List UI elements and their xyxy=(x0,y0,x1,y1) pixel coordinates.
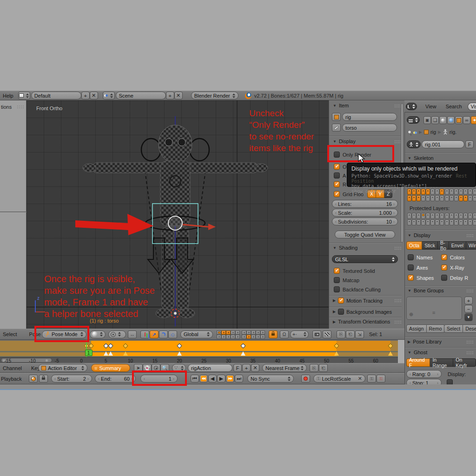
layer-toggle[interactable] xyxy=(454,213,458,219)
scale-slider[interactable]: ‹ Scale:1.000 › xyxy=(332,209,398,217)
layer-toggle[interactable] xyxy=(435,213,439,219)
deselect-button[interactable]: Desele xyxy=(463,324,476,333)
layer-toggle[interactable] xyxy=(459,219,463,225)
snap-magnet-toggle[interactable]: Ω xyxy=(280,331,289,338)
mode-wire[interactable]: Wire xyxy=(466,241,476,250)
layer-toggle[interactable] xyxy=(473,219,476,225)
editor-type-icon[interactable] xyxy=(406,103,417,110)
layer-toggle[interactable] xyxy=(416,213,421,219)
keyframe-triangle[interactable] xyxy=(104,351,108,356)
layer-toggle[interactable] xyxy=(231,335,235,339)
render-engine-select[interactable]: Blender Render xyxy=(191,92,238,99)
layer-toggle[interactable] xyxy=(246,335,251,339)
layer-toggle[interactable] xyxy=(454,219,458,225)
mode-stick[interactable]: Stick xyxy=(422,241,438,250)
toggle-quad-view-button[interactable]: Toggle Quad View xyxy=(335,231,395,238)
layer-toggle[interactable] xyxy=(226,331,231,335)
checkbox-row[interactable]: R xyxy=(334,180,347,189)
bone-groups-list[interactable]: ⊕ = xyxy=(406,297,462,320)
a-checkbox[interactable] xyxy=(334,172,340,178)
layer-toggle[interactable] xyxy=(468,219,472,225)
grid-floor-checkbox[interactable] xyxy=(334,191,340,197)
checkbox-row[interactable]: A xyxy=(334,171,347,180)
checkbox-row[interactable]: Shapes xyxy=(408,273,441,282)
layer-toggle[interactable] xyxy=(226,335,231,339)
tab-object-data-icon[interactable]: ✦ xyxy=(471,116,476,124)
display-panel-header[interactable]: ▼Display xyxy=(333,139,402,144)
bone-groups-header[interactable]: ▼Bone Groups xyxy=(408,288,474,293)
fake-user-button[interactable]: F xyxy=(465,140,474,148)
layer-toggle[interactable] xyxy=(251,331,256,335)
scene-icon[interactable] xyxy=(103,92,115,99)
breadcrumb-data-name[interactable]: rig. xyxy=(450,129,456,135)
keyframe-diamond[interactable] xyxy=(334,343,339,348)
motion-tracking-checkbox[interactable] xyxy=(338,298,344,304)
delay-r-checkbox[interactable] xyxy=(441,275,447,281)
layer-toggle[interactable] xyxy=(450,219,454,225)
x-ray-checkbox[interactable] xyxy=(441,264,447,271)
pose-library-header[interactable]: ▶Pose Library xyxy=(408,339,474,344)
layer-toggle[interactable] xyxy=(217,335,221,339)
action-unlink-button[interactable]: ✕ xyxy=(251,364,259,372)
channel-menu[interactable]: Channel xyxy=(0,365,25,371)
mode-on-keyfr[interactable]: On Keyfr xyxy=(453,358,476,367)
layer-toggle[interactable] xyxy=(235,335,240,339)
layer-toggle[interactable] xyxy=(463,195,468,201)
layer-toggle[interactable] xyxy=(440,213,444,219)
textured-solid-checkbox[interactable] xyxy=(334,268,340,274)
layer-toggle[interactable] xyxy=(412,195,416,201)
delete-scene-button[interactable]: ✕ xyxy=(174,92,183,99)
layer-toggle[interactable] xyxy=(430,219,435,225)
matcap-checkbox[interactable] xyxy=(334,277,340,283)
torso-bone-widget[interactable] xyxy=(168,216,182,230)
render-opengl-anim-button[interactable] xyxy=(323,331,331,338)
layer-toggle[interactable] xyxy=(242,335,246,339)
start-frame-field[interactable]: ‹ Start:2 › xyxy=(51,375,92,383)
layer-toggle[interactable] xyxy=(242,331,246,335)
armature-icon-dropdown[interactable] xyxy=(407,140,421,148)
keyframe-diamond[interactable] xyxy=(123,343,128,348)
backface-culling-checkbox[interactable] xyxy=(334,286,340,292)
layer-toggle[interactable] xyxy=(440,219,444,225)
layer-toggle[interactable] xyxy=(256,335,260,339)
layer-toggle[interactable] xyxy=(426,213,430,219)
snap-mode-select[interactable]: Nearest Frame xyxy=(262,364,307,372)
panel-grip-icon[interactable] xyxy=(466,340,474,344)
add-screen-button[interactable]: + xyxy=(81,92,90,99)
layer-toggle[interactable] xyxy=(426,219,430,225)
action-fake-user-button[interactable]: F xyxy=(233,364,242,372)
names-checkbox[interactable] xyxy=(408,254,414,260)
ear-widget-right[interactable] xyxy=(190,139,209,161)
layer-toggle[interactable] xyxy=(217,331,221,335)
layer-toggle[interactable] xyxy=(459,213,463,219)
layer-toggle[interactable] xyxy=(412,213,416,219)
next-keyframe-button[interactable]: ⏩ xyxy=(226,375,234,383)
layer-toggle[interactable] xyxy=(426,195,430,201)
keyframe-diamond[interactable] xyxy=(88,343,93,348)
timeline-ruler[interactable]: -15-10-5051015202530354045505560 xyxy=(0,357,398,363)
snap-element-select[interactable]: +· xyxy=(290,331,309,338)
background-images-header[interactable]: ▶Background Images xyxy=(333,309,402,315)
manipulator-x-arrowhead[interactable] xyxy=(208,224,216,230)
layer-toggle[interactable] xyxy=(421,195,425,201)
pin-icon[interactable] xyxy=(408,130,411,134)
render-opengl-button[interactable] xyxy=(312,331,321,338)
playback-menu[interactable]: Playback xyxy=(0,376,25,382)
manipulator-scale-button[interactable]: ◇ xyxy=(168,331,177,338)
panel-grip-icon[interactable] xyxy=(394,320,402,324)
outliner-view-menu[interactable]: View xyxy=(423,104,439,109)
layer-toggle[interactable] xyxy=(430,213,435,219)
tab-render-layers-icon[interactable]: ❏ xyxy=(431,116,439,124)
keyframe-triangle[interactable] xyxy=(123,351,128,356)
object-name-field[interactable]: rig xyxy=(342,113,397,121)
mode-octa[interactable]: Octa xyxy=(406,241,422,250)
layer-toggle[interactable] xyxy=(445,219,449,225)
remove-button[interactable]: Remo xyxy=(427,324,445,333)
keyframe-triangle[interactable] xyxy=(388,351,393,356)
delete-screen-button[interactable]: ✕ xyxy=(90,92,98,99)
tab-world-icon[interactable] xyxy=(447,116,455,124)
action-new-button[interactable]: + xyxy=(242,364,251,372)
colors-checkbox[interactable] xyxy=(441,254,447,260)
panel-grip-icon[interactable] xyxy=(394,246,402,250)
keyframe-diamond[interactable] xyxy=(240,343,245,348)
